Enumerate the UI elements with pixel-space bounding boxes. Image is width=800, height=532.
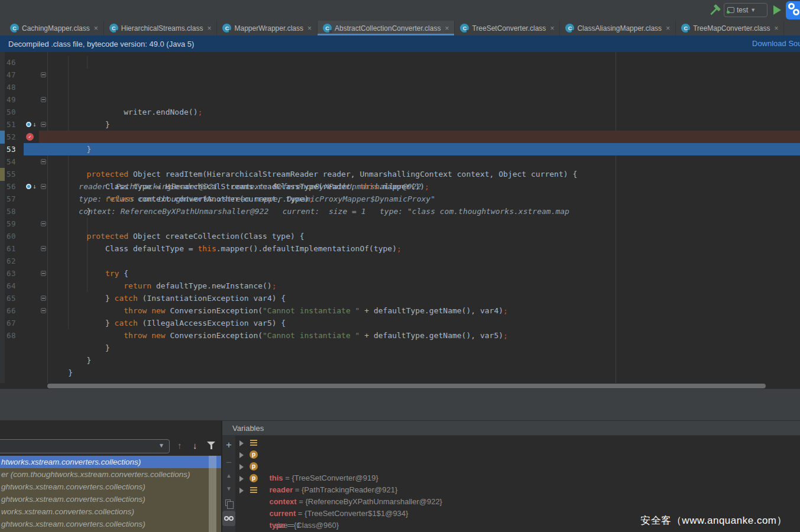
code-text[interactable]: } catch (IllegalAccessException var5) { [68, 319, 286, 327]
code-text[interactable]: Class defaultType = this.mapper().defaul… [68, 244, 401, 253]
line-number[interactable]: 54 [7, 155, 16, 168]
line-number[interactable]: 60 [7, 230, 16, 242]
code-text[interactable]: throw new ConversionException("Cannot in… [68, 306, 508, 315]
code-text[interactable]: try { [68, 269, 128, 278]
line-number[interactable]: 65 [7, 292, 16, 304]
line-number[interactable]: 66 [7, 304, 16, 317]
code-text[interactable]: protected Object readItem(HierarchicalSt… [68, 170, 577, 179]
code-text[interactable]: writer.endNode(); [68, 108, 202, 116]
stack-frame-item[interactable]: works.xstream.converters.collections) [0, 505, 221, 518]
close-icon[interactable] [666, 24, 670, 33]
code-line[interactable]: 62 throw new ConversionException("Cannot… [0, 255, 800, 267]
frames-scrollbar[interactable] [209, 456, 216, 532]
code-line[interactable]: 53 return context.convertAnother(current… [0, 143, 800, 155]
variable-row[interactable]: reader = {PathTrackingReader@921} [235, 449, 800, 460]
line-number[interactable]: 68 [7, 329, 16, 342]
expand-arrow-icon[interactable] [239, 440, 244, 446]
close-icon[interactable] [550, 24, 554, 33]
move-up-icon[interactable]: ▲ [222, 472, 235, 479]
editor-tab[interactable]: C AbstractCollectionConverter.class [318, 21, 455, 35]
expand-arrow-icon[interactable] [239, 452, 244, 458]
code-text[interactable]: } [68, 145, 91, 154]
fold-marker[interactable] [41, 221, 46, 226]
fold-marker[interactable] [41, 271, 46, 276]
move-down-icon[interactable]: ▼ [222, 485, 235, 492]
code-line[interactable]: 59 try { [0, 218, 800, 230]
link-app-icon[interactable] [786, 1, 800, 20]
code-text[interactable]: } [68, 368, 73, 377]
code-editor[interactable]: 46 writer.endNode(); 47 } 48 49 } 50 51 [0, 52, 800, 383]
code-text[interactable]: throw new ConversionException("Cannot in… [68, 331, 508, 340]
fold-marker[interactable] [41, 122, 46, 127]
stack-frame-item[interactable]: ghtworks.xstream.converters.collections) [0, 493, 221, 505]
variable-row[interactable]: type = {Class@960} "class com.thoughtwor… [235, 484, 800, 496]
line-number[interactable]: 61 [7, 242, 16, 255]
line-number[interactable]: 55 [7, 168, 16, 180]
code-line[interactable]: 47 } [0, 69, 800, 81]
code-text[interactable]: } [68, 356, 91, 365]
line-number[interactable]: 47 [7, 69, 16, 81]
expand-arrow-icon[interactable] [239, 464, 244, 470]
frame-down-icon[interactable]: ↓ [193, 440, 197, 450]
filter-frames-icon[interactable] [207, 442, 215, 446]
editor-tab[interactable]: C CachingMapper.class [5, 21, 104, 35]
editor-tab[interactable]: C MapperWrapper.class [217, 21, 318, 35]
fold-marker[interactable] [41, 97, 46, 102]
stack-frame-item[interactable]: ghtworks.xstream.converters.collections) [0, 481, 221, 493]
fold-marker[interactable] [41, 308, 46, 313]
stack-frame-item[interactable]: htworks.xstream.converters.collections) [0, 456, 221, 468]
duplicate-watch-icon[interactable] [225, 499, 231, 506]
watches-glasses-icon[interactable] [222, 511, 235, 526]
code-text[interactable]: } [68, 343, 109, 352]
overrides-method-icon[interactable] [26, 183, 37, 190]
fold-marker[interactable] [41, 159, 46, 164]
horizontal-scrollbar[interactable] [47, 384, 766, 388]
variable-row[interactable]: current = {TreeSetConverter$1$1@934} siz… [235, 472, 800, 484]
code-line[interactable]: 51 protected Object readItem(Hierarchica… [0, 118, 800, 131]
download-sources-link[interactable]: Download Sources [752, 39, 800, 48]
fold-marker[interactable] [41, 246, 46, 251]
line-number[interactable]: 51 [7, 118, 16, 131]
code-text[interactable]: } [68, 207, 91, 216]
close-icon[interactable] [207, 24, 211, 33]
expand-arrow-icon[interactable] [239, 476, 244, 482]
code-line[interactable]: 54 } [0, 155, 800, 168]
line-number[interactable]: 62 [7, 255, 16, 267]
stack-frame-item[interactable]: ghtworks.xstream.converters.collections) [0, 518, 221, 530]
code-text[interactable]: return context.convertAnother(current, t… [68, 194, 313, 203]
variable-row[interactable]: context = {ReferenceByXPathUnmarshaller@… [235, 460, 800, 472]
line-number[interactable]: 63 [7, 267, 16, 280]
editor-tab[interactable]: C TreeMapConverter.class [676, 21, 784, 35]
line-number[interactable]: 58 [7, 205, 16, 218]
editor-tab[interactable]: C ClassAliasingMapper.class [560, 21, 676, 35]
line-number[interactable]: 67 [7, 317, 16, 329]
line-number[interactable]: 52 [7, 131, 16, 143]
code-text[interactable]: } catch (InstantiationException var4) { [68, 294, 286, 303]
close-icon[interactable] [774, 24, 778, 33]
remove-watch-icon[interactable]: − [222, 457, 235, 469]
code-line[interactable]: 49 } [0, 93, 800, 106]
line-number[interactable]: 48 [7, 81, 16, 93]
close-icon[interactable] [307, 24, 312, 33]
fold-marker[interactable] [41, 72, 46, 77]
close-icon[interactable] [94, 24, 98, 33]
thread-selector-combobox[interactable]: ▼ [0, 439, 170, 453]
run-configuration-select[interactable]: test ▼ [724, 3, 767, 17]
run-button[interactable] [773, 5, 781, 15]
expand-arrow-icon[interactable] [239, 488, 244, 494]
line-number[interactable]: 50 [7, 106, 16, 118]
editor-tab[interactable]: C HierarchicalStreams.class [104, 21, 218, 35]
code-text[interactable]: return defaultType.newInstance(); [68, 281, 276, 290]
line-number[interactable]: 59 [7, 218, 16, 230]
line-number[interactable]: 56 [7, 180, 16, 193]
overrides-method-icon[interactable] [26, 121, 37, 128]
line-number[interactable]: 53 [7, 143, 16, 155]
code-line[interactable]: 46 writer.endNode(); [0, 56, 800, 69]
code-text[interactable]: } [68, 120, 109, 129]
fold-marker[interactable] [41, 296, 46, 301]
breakpoint-icon[interactable] [26, 133, 34, 141]
build-hammer-icon[interactable] [707, 2, 723, 18]
code-text[interactable]: protected Object createCollection(Class … [68, 232, 304, 241]
code-line[interactable]: 48 [0, 81, 800, 93]
line-number[interactable]: 64 [7, 280, 16, 292]
